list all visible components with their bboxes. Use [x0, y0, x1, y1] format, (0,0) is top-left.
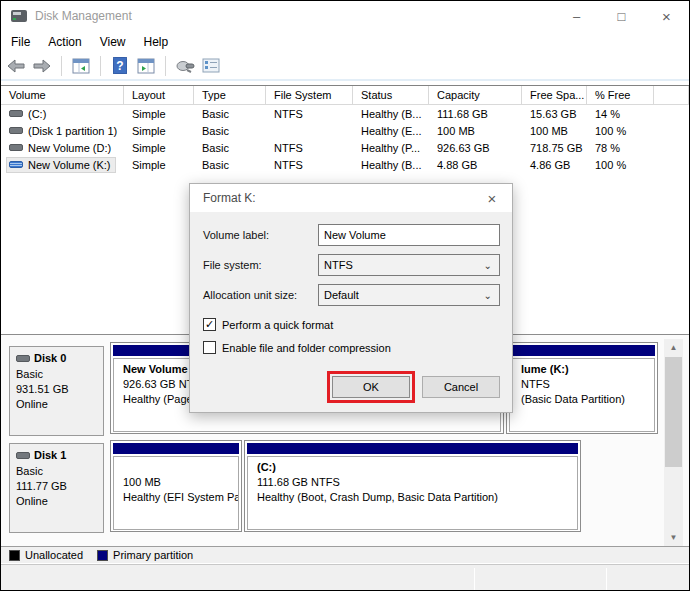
toolbar-separator — [165, 56, 166, 76]
unallocated-swatch — [9, 550, 20, 561]
legend-primary-partition: Primary partition — [97, 549, 193, 561]
table-row[interactable]: New Volume (D:) Simple Basic NTFS Health… — [1, 139, 689, 156]
format-dialog: Format K: × Volume label: New Volume Fil… — [189, 183, 513, 413]
statusbar-separator — [606, 568, 607, 590]
close-button[interactable]: × — [644, 1, 689, 31]
col-pct-free[interactable]: % Free — [587, 86, 654, 104]
file-system-select[interactable]: NTFS ⌄ — [318, 254, 500, 276]
forward-icon[interactable] — [32, 56, 52, 76]
drive-icon — [9, 144, 23, 151]
minimize-button[interactable]: – — [554, 1, 599, 31]
window-title: Disk Management — [35, 9, 132, 23]
drive-icon-selected — [9, 161, 23, 168]
disk-icon — [16, 452, 30, 459]
primary-partition-stripe — [509, 345, 655, 356]
menu-action[interactable]: Action — [39, 33, 90, 51]
compression-checkbox[interactable]: Enable file and folder compression — [203, 341, 391, 354]
app-icon — [11, 10, 27, 22]
scroll-up-icon[interactable]: ▲ — [664, 339, 683, 356]
dialog-title: Format K: — [203, 191, 256, 205]
col-capacity[interactable]: Capacity — [429, 86, 522, 104]
drive-icon — [9, 110, 23, 117]
drive-icon — [9, 127, 23, 134]
table-row-selected[interactable]: New Volume (K:) Simple Basic NTFS Health… — [1, 156, 689, 173]
dialog-close-icon[interactable]: × — [472, 184, 512, 212]
volume-label-input[interactable]: New Volume — [318, 224, 500, 246]
checkbox-icon[interactable]: ✓ — [203, 318, 216, 331]
help-icon[interactable]: ? — [110, 56, 130, 76]
console-tree-icon[interactable] — [71, 56, 91, 76]
volume-table-header: Volume Layout Type File System Status Ca… — [1, 86, 689, 105]
maximize-button[interactable]: □ — [599, 1, 644, 31]
col-free-space[interactable]: Free Spa... — [522, 86, 587, 104]
disk1-partition-c[interactable]: (C:) 111.68 GB NTFS Healthy (Boot, Crash… — [244, 440, 581, 532]
quick-format-checkbox[interactable]: ✓ Perform a quick format — [203, 318, 333, 331]
legend-unallocated: Unallocated — [9, 549, 83, 561]
col-file-system[interactable]: File System — [266, 86, 353, 104]
menu-bar: File Action View Help — [1, 31, 689, 52]
allocation-unit-select[interactable]: Default ⌄ — [318, 284, 500, 306]
volume-label-label: Volume label: — [203, 229, 269, 241]
cancel-button[interactable]: Cancel — [422, 376, 500, 398]
scrollbar-thumb[interactable] — [665, 357, 682, 467]
checkbox-icon[interactable] — [203, 341, 216, 354]
file-system-label: File system: — [203, 259, 262, 271]
scroll-down-icon[interactable]: ▼ — [664, 529, 683, 546]
toolbar-separator — [61, 56, 62, 76]
col-type[interactable]: Type — [194, 86, 266, 104]
menu-file[interactable]: File — [1, 33, 39, 51]
disk-icon — [16, 355, 30, 362]
primary-partition-swatch — [97, 550, 108, 561]
table-row[interactable]: (C:) Simple Basic NTFS Healthy (B... 111… — [1, 105, 689, 122]
primary-partition-stripe — [113, 443, 239, 454]
ok-button[interactable]: OK — [332, 376, 410, 398]
primary-partition-stripe — [247, 443, 578, 454]
disk0-partition-k[interactable]: lume (K:) NTFS (Basic Data Partition) — [506, 342, 658, 434]
title-bar: Disk Management – □ × — [1, 1, 689, 31]
selected-volume-highlight: New Volume (K:) — [7, 158, 115, 172]
chevron-down-icon: ⌄ — [484, 260, 499, 271]
toolbar: ? — [1, 52, 689, 81]
disk1-partition-efi[interactable]: 100 MB Healthy (EFI System Pa — [110, 440, 242, 532]
chevron-down-icon: ⌄ — [484, 290, 499, 301]
vertical-scrollbar[interactable]: ▲ ▼ — [664, 339, 683, 546]
action-pane-icon[interactable] — [136, 56, 156, 76]
allocation-unit-label: Allocation unit size: — [203, 289, 297, 301]
col-volume[interactable]: Volume — [1, 86, 124, 104]
dialog-title-bar[interactable]: Format K: × — [190, 184, 512, 212]
legend-bar: Unallocated Primary partition — [1, 546, 689, 563]
table-row[interactable]: (Disk 1 partition 1) Simple Basic Health… — [1, 122, 689, 139]
menu-help[interactable]: Help — [135, 33, 178, 51]
disk0-panel[interactable]: Disk 0 Basic 931.51 GB Online — [9, 346, 104, 436]
col-status[interactable]: Status — [353, 86, 429, 104]
toolbar-separator — [100, 56, 101, 76]
status-bar — [1, 564, 689, 590]
statusbar-separator — [474, 568, 475, 590]
svg-text:?: ? — [116, 59, 123, 73]
disk-management-window: Disk Management – □ × File Action View H… — [0, 0, 690, 591]
disk1-panel[interactable]: Disk 1 Basic 111.77 GB Online — [9, 443, 104, 533]
menu-view[interactable]: View — [91, 33, 135, 51]
back-icon[interactable] — [6, 56, 26, 76]
rescan-disks-icon[interactable] — [175, 56, 195, 76]
col-layout[interactable]: Layout — [124, 86, 194, 104]
properties-icon[interactable] — [201, 56, 221, 76]
